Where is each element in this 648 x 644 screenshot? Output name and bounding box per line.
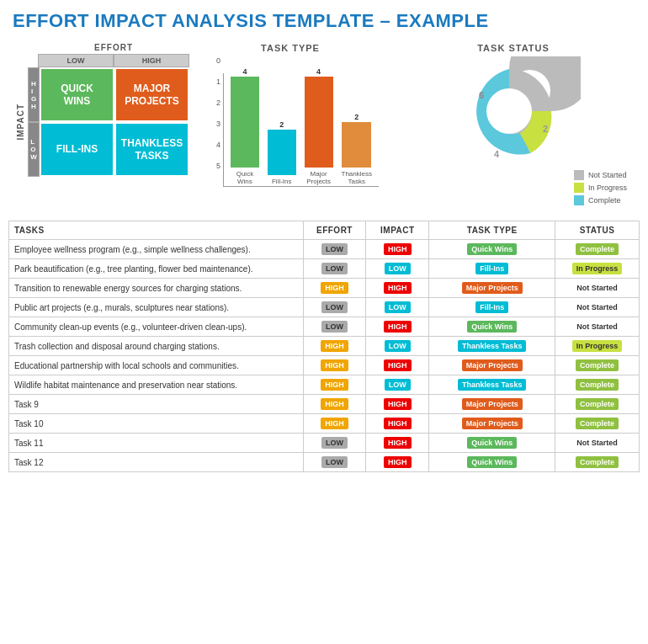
task-status: In Progress (555, 259, 640, 279)
impact-high-label: HIGH (28, 67, 40, 122)
task-name: Public art projects (e.g., murals, sculp… (9, 298, 304, 317)
col-header-type: TASK TYPE (429, 221, 555, 240)
col-header-tasks: TASKS (9, 221, 304, 240)
y-tick-5: 5 (216, 162, 220, 170)
task-name: Task 11 (9, 434, 304, 453)
col-header-impact: IMPACT (366, 221, 429, 240)
task-type: Major Projects (429, 395, 555, 414)
task-name: Task 12 (9, 453, 304, 472)
table-row: Task 12 LOW HIGH Quick Wins Complete (9, 453, 640, 472)
bar-thankless-tasks: 2 ThanklessTasks (342, 113, 372, 186)
task-status: Complete (555, 395, 640, 414)
donut-arcs (476, 56, 581, 155)
task-effort: LOW (303, 259, 366, 279)
bar-label-quick-wins: QuickWins (236, 170, 253, 186)
effort-badge: HIGH (321, 379, 348, 391)
donut-label-in-progress: 2 (543, 124, 548, 134)
donut-svg: 6 2 4 (446, 56, 581, 166)
task-effort: LOW (303, 434, 366, 453)
task-type: Quick Wins (429, 317, 555, 337)
effort-badge: HIGH (321, 282, 348, 294)
top-section: EFFORT LOW HIGH IMPACT HIGH QUICKWINS MA (0, 39, 648, 216)
impact-badge: HIGH (384, 437, 412, 449)
impact-badge: HIGH (384, 398, 412, 410)
donut-chart-wrapper: 6 2 4 Not Started In Progress Co (391, 56, 635, 205)
task-name: Task 9 (9, 395, 304, 414)
table-row: Wildlife habitat maintenance and preserv… (9, 375, 640, 395)
donut-legend: Not Started In Progress Complete (574, 170, 627, 205)
legend-complete: Complete (574, 195, 627, 205)
table-row: Community clean-up events (e.g., volunte… (9, 317, 640, 337)
donut-chart-container: TASK STATUS (387, 39, 640, 210)
task-impact: LOW (366, 337, 429, 356)
donut-label-complete: 4 (494, 149, 500, 159)
task-name: Task 10 (9, 414, 304, 434)
impact-label-container: IMPACT (13, 67, 28, 177)
task-impact: LOW (366, 375, 429, 395)
task-type: Major Projects (429, 356, 555, 375)
donut-label-not-started: 6 (479, 90, 484, 100)
task-effort: LOW (303, 240, 366, 259)
bar-label-thankless: ThanklessTasks (342, 170, 372, 186)
task-impact: LOW (366, 259, 429, 279)
effort-badge: HIGH (321, 398, 348, 410)
task-type: Major Projects (429, 279, 555, 298)
status-badge: Complete (576, 379, 619, 391)
task-status: Complete (555, 240, 640, 259)
task-effort: HIGH (303, 375, 366, 395)
effort-badge: LOW (321, 301, 348, 313)
task-name: Community clean-up events (e.g., volunte… (9, 317, 304, 337)
effort-badge: LOW (321, 456, 348, 468)
matrix-grid: HIGH QUICKWINS MAJORPROJECTS LOW FILL-IN… (28, 67, 189, 177)
table-row: Task 10 HIGH HIGH Major Projects Complet… (9, 414, 640, 434)
table-row: Trash collection and disposal around cha… (9, 337, 640, 356)
type-badge: Major Projects (462, 418, 523, 429)
effort-badge: LOW (321, 321, 348, 333)
bar-rect-quick-wins (231, 77, 259, 168)
y-tick-4: 4 (216, 141, 220, 149)
task-name: Educational partnership with local schoo… (9, 356, 304, 375)
bar-value-thankless: 2 (354, 113, 359, 121)
task-type: Quick Wins (429, 453, 555, 472)
task-status: Complete (555, 414, 640, 434)
matrix-impact-side-high: HIGH (28, 67, 40, 122)
y-axis: 5 4 3 2 1 0 (202, 56, 223, 170)
task-type: Quick Wins (429, 240, 555, 259)
bar-rect-fill-ins (268, 130, 296, 175)
impact-badge: LOW (385, 340, 411, 352)
col-header-effort: EFFORT (303, 221, 366, 240)
legend-label-complete: Complete (588, 196, 621, 205)
task-type: Thankless Tasks (429, 375, 555, 395)
bar-value-major: 4 (316, 67, 321, 76)
legend-swatch-in-progress (574, 183, 584, 193)
table-row: Transition to renewable energy sources f… (9, 279, 640, 298)
task-effort: HIGH (303, 337, 366, 356)
task-impact: HIGH (366, 434, 429, 453)
status-badge: In Progress (572, 263, 623, 274)
task-effort: LOW (303, 453, 366, 472)
type-badge: Thankless Tasks (458, 379, 526, 391)
y-tick-0: 0 (216, 56, 220, 65)
header-row: TASKS EFFORT IMPACT TASK TYPE STATUS (9, 221, 640, 240)
table-row: Park beautification (e.g., tree planting… (9, 259, 640, 279)
type-badge: Major Projects (462, 282, 523, 294)
status-badge: Not Started (572, 321, 622, 333)
effort-badge: HIGH (321, 359, 348, 371)
task-status: Not Started (555, 298, 640, 317)
task-impact: HIGH (366, 395, 429, 414)
task-status: Not Started (555, 317, 640, 337)
task-status: In Progress (555, 337, 640, 356)
matrix-cell-thankless-tasks: THANKLESSTASKS (114, 122, 189, 177)
y-tick-2: 2 (216, 98, 220, 107)
donut-center (486, 88, 532, 134)
bar-rect-major (305, 77, 333, 168)
status-badge: Not Started (572, 282, 622, 294)
bar-chart-container: TASK TYPE 5 4 3 2 1 0 4 QuickWins (194, 39, 387, 191)
matrix-high-row: HIGH QUICKWINS MAJORPROJECTS (28, 67, 189, 122)
status-badge: Complete (576, 418, 619, 429)
matrix-cell-major-projects: MAJORPROJECTS (114, 67, 189, 122)
task-status: Not Started (555, 434, 640, 453)
bar-rect-thankless (342, 122, 371, 168)
matrix-impact-side-low: LOW (28, 122, 40, 177)
bars-area: 4 QuickWins 2 Fill-Ins 4 MajorProjects (223, 73, 379, 187)
